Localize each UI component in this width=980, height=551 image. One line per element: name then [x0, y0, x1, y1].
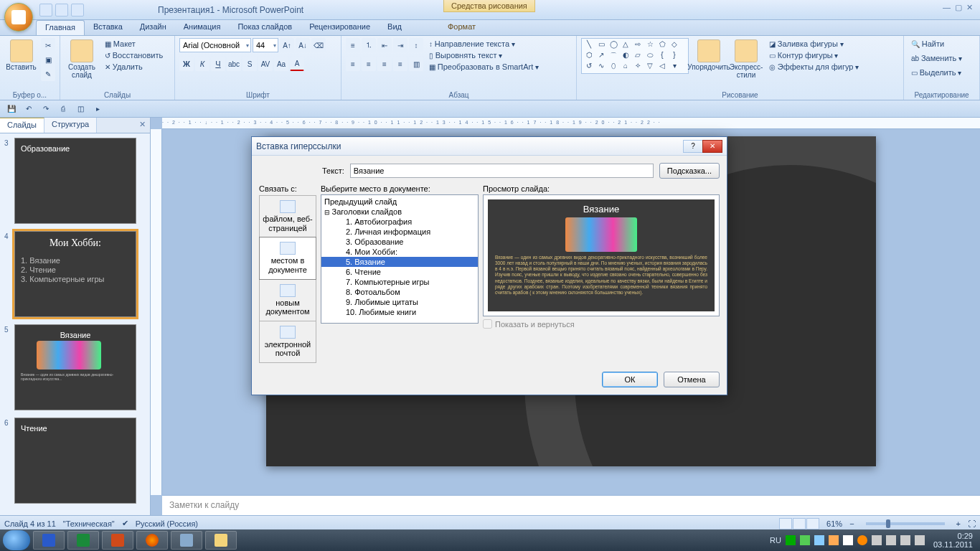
indent-dec-icon[interactable]: ⇤ — [377, 38, 392, 52]
task-explorer[interactable] — [205, 531, 237, 550]
tab-review[interactable]: Рецензирование — [301, 20, 379, 35]
qat-undo-icon[interactable] — [55, 4, 68, 17]
tray-app-icon[interactable] — [829, 535, 839, 545]
columns-icon[interactable]: ▥ — [409, 57, 423, 71]
zoom-in-icon[interactable]: + — [956, 519, 961, 528]
start-button[interactable] — [3, 530, 30, 550]
fit-window-icon[interactable]: ⛶ — [968, 519, 976, 528]
tray-orange-icon[interactable] — [857, 535, 867, 545]
tray-up-icon[interactable] — [872, 535, 882, 545]
line-spacing-icon[interactable]: ↕ — [409, 38, 423, 52]
link-type-email[interactable]: электронной почтой — [259, 321, 316, 363]
tree-slide-9[interactable]: 9. Любимые цитаты — [321, 297, 478, 307]
dialog-help-button[interactable]: ? — [683, 140, 703, 153]
strike-icon[interactable]: abc — [227, 57, 241, 71]
tab-design[interactable]: Дизайн — [131, 20, 175, 35]
task-powerpoint[interactable] — [102, 531, 133, 550]
save-icon[interactable]: 💾 — [4, 102, 19, 116]
arrange-button[interactable]: Упорядочить — [692, 38, 726, 73]
qat-redo-icon[interactable] — [71, 4, 84, 17]
case-icon[interactable]: Aa — [274, 57, 288, 71]
tab-animation[interactable]: Анимация — [175, 20, 230, 35]
layout-button[interactable]: ▦ Макет — [102, 38, 166, 50]
undo-icon[interactable]: ↶ — [22, 102, 36, 116]
maximize-button[interactable]: ▢ — [955, 3, 962, 12]
thumbnail-6[interactable]: Чтение — [14, 418, 136, 504]
language-status[interactable]: Русский (Россия) — [136, 519, 198, 528]
new-slide-button[interactable]: Создать слайд — [65, 38, 99, 80]
quick-styles-button[interactable]: Экспресс-стили — [729, 38, 763, 80]
tree-slide-1[interactable]: 1. Автобиография — [321, 217, 478, 227]
dialog-titlebar[interactable]: Вставка гиперссылки ? ✕ — [252, 137, 727, 156]
spacing-icon[interactable]: AV — [258, 57, 273, 71]
thumbnail-4[interactable]: Мои Хобби: 1. Вязание 2. Чтение 3. Компь… — [14, 231, 136, 317]
tree-slide-7[interactable]: 7. Компьютерные игры — [321, 277, 478, 287]
tab-view[interactable]: Вид — [379, 20, 410, 35]
panel-close-icon[interactable]: ✕ — [135, 118, 150, 133]
indent-inc-icon[interactable]: ⇥ — [393, 38, 407, 52]
shape-effects-button[interactable]: ◎ Эффекты для фигур ▾ — [766, 61, 862, 72]
align-text-button[interactable]: ▯ Выровнять текст ▾ — [426, 50, 542, 61]
justify-icon[interactable]: ≡ — [393, 57, 407, 71]
link-type-place[interactable]: местом в документе — [259, 237, 316, 279]
shapes-gallery[interactable]: ╲▭◯△⇨☆⬠◇ ⬡↗⌒◐▱⬭{} ↺∿⬯⌂✧▽◁▾ — [581, 38, 689, 74]
new-icon[interactable]: ◫ — [73, 102, 88, 116]
grow-font-icon[interactable]: A↑ — [280, 38, 294, 52]
tray-action-icon[interactable] — [843, 535, 853, 545]
link-text-input[interactable] — [350, 164, 654, 178]
tray-shield-icon[interactable] — [800, 535, 810, 545]
tray-clock[interactable]: 0:29 03.11.2011 — [929, 532, 977, 549]
document-tree[interactable]: Предыдущий слайд Заголовки слайдов 1. Ав… — [321, 194, 479, 324]
dialog-close-button[interactable]: ✕ — [702, 140, 722, 153]
bold-icon[interactable]: Ж — [179, 57, 194, 71]
tab-slideshow[interactable]: Показ слайдов — [229, 20, 301, 35]
delete-button[interactable]: ✕ Удалить — [102, 61, 166, 72]
minimize-button[interactable]: — — [943, 3, 951, 12]
slideshow-view-icon[interactable] — [806, 518, 819, 529]
tray-network-icon[interactable] — [814, 535, 824, 545]
link-type-file[interactable]: файлом, веб-страницей — [259, 195, 316, 237]
cut-icon[interactable]: ✂ — [41, 38, 55, 52]
font-color-icon[interactable]: A — [290, 57, 304, 71]
format-painter-icon[interactable]: ✎ — [41, 67, 55, 81]
print-preview-icon[interactable]: ⎙ — [56, 102, 70, 116]
tree-prev-slide[interactable]: Предыдущий слайд — [321, 197, 478, 207]
replace-button[interactable]: ab Заменить ▾ — [908, 52, 965, 64]
spellcheck-icon[interactable]: ✔ — [122, 519, 128, 528]
tray-battery-icon[interactable] — [900, 535, 910, 545]
tree-headings[interactable]: Заголовки слайдов — [321, 207, 478, 217]
copy-icon[interactable]: ▣ — [41, 52, 55, 67]
tree-slide-3[interactable]: 3. Образование — [321, 237, 478, 247]
redo-icon[interactable]: ↷ — [39, 102, 53, 116]
link-type-new[interactable]: новым документом — [259, 279, 316, 321]
tab-format[interactable]: Формат — [439, 20, 484, 35]
shadow-icon[interactable]: S — [242, 57, 257, 71]
notes-placeholder[interactable]: Заметки к слайду — [162, 495, 980, 515]
underline-icon[interactable]: Ч — [211, 57, 225, 71]
clear-format-icon[interactable]: ⌫ — [311, 38, 326, 52]
reset-button[interactable]: ↺ Восстановить — [102, 50, 166, 61]
font-size-combo[interactable]: 44 — [253, 38, 278, 52]
zoom-out-icon[interactable]: − — [849, 519, 854, 528]
normal-view-icon[interactable] — [779, 518, 792, 529]
tree-slide-4[interactable]: 4. Мои Хобби: — [321, 247, 478, 257]
tab-home[interactable]: Главная — [36, 20, 85, 35]
task-firefox[interactable] — [136, 531, 168, 550]
close-button[interactable]: ✕ — [966, 3, 973, 12]
tree-slide-5[interactable]: 5. Вязание — [321, 257, 478, 267]
hint-button[interactable]: Подсказка... — [659, 163, 720, 179]
bullets-icon[interactable]: ≡ — [346, 38, 360, 52]
tray-lang[interactable]: RU — [770, 536, 781, 545]
numbering-icon[interactable]: ⒈ — [362, 38, 376, 52]
tray-flag-icon[interactable] — [786, 535, 796, 545]
thumbnail-5[interactable]: Вязание Вязание — один из самых древних … — [14, 324, 136, 410]
tray-wifi-icon[interactable] — [915, 535, 925, 545]
shape-fill-button[interactable]: ◪ Заливка фигуры ▾ — [766, 38, 862, 50]
slide-thumbnails[interactable]: 3 Образование 4 Мои Хобби: 1. Вязание 2.… — [0, 133, 150, 515]
tab-outline[interactable]: Структура — [44, 118, 97, 133]
tab-insert[interactable]: Вставка — [85, 20, 131, 35]
thumbnail-3[interactable]: Образование — [14, 138, 136, 224]
align-left-icon[interactable]: ≡ — [346, 57, 360, 71]
qat-save-icon[interactable] — [39, 4, 52, 17]
align-center-icon[interactable]: ≡ — [362, 57, 376, 71]
